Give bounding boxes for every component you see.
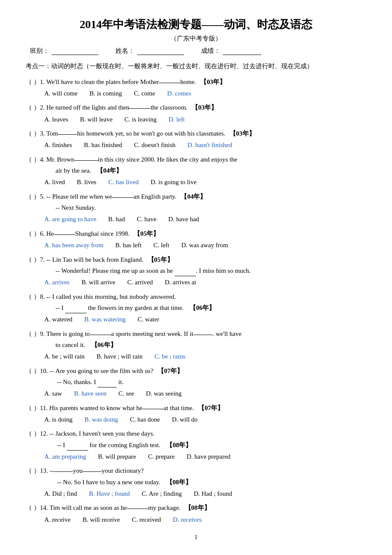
question-13: （ ）13. -- you your dictionary? -- No. So…	[26, 465, 366, 500]
blank	[127, 502, 148, 509]
question-12: （ ）12. -- Jackson, I haven't seen you th…	[26, 428, 366, 462]
score-label: 成绩：	[201, 47, 220, 55]
option: D. will do	[172, 413, 197, 426]
option: B. has finished	[84, 139, 122, 151]
blank	[67, 444, 88, 451]
option: C. see	[118, 387, 134, 400]
option: C. come	[134, 87, 155, 100]
q-main-line: （ ）1. We'll have to clean the plates bef…	[26, 76, 366, 87]
q-main-line: （ ）7. -- Lin Tao will be back from Engla…	[26, 254, 366, 265]
option: D. arrives at	[165, 276, 196, 289]
option: B. will prepare	[98, 451, 136, 463]
q-main-line: （ ）12. -- Jackson, I haven't seen you th…	[26, 428, 366, 439]
question-10: （ ）10. -- Are you going to see the film …	[26, 365, 366, 400]
blank	[142, 402, 164, 409]
blank	[129, 102, 150, 109]
blank	[90, 328, 111, 335]
q-main-line: （ ）2. He turned off the lights and then …	[26, 102, 366, 113]
q-cont-line: -- Wonderful! Please ring me up as soon …	[26, 265, 366, 276]
option: B. has left	[115, 239, 141, 251]
blank	[98, 381, 117, 387]
year-badge: 【06年】	[190, 304, 215, 311]
year-badge: 【03年】	[192, 102, 217, 113]
page-number: 1	[26, 534, 366, 541]
year-badge: 【08年】	[185, 502, 210, 513]
option: C. has done	[130, 413, 160, 426]
option: B. have ; will rain	[97, 350, 143, 363]
options-line: A. has been away fromB. has leftC. leftD…	[26, 239, 366, 251]
option-correct: B. Have ; found	[89, 488, 130, 500]
q-main-line: （ ）14. Tim will call me as soon as he my…	[26, 502, 366, 513]
q-cont-line: -- No. So I have to buy a new one today.…	[26, 477, 366, 488]
options-line: A. arrivesB. will arriveC. arrivedD. arr…	[26, 276, 366, 289]
name-field	[137, 47, 184, 55]
option: C. is leaving	[124, 113, 156, 126]
blank	[83, 465, 102, 472]
options-line: A. be ; will rainB. have ; will rainC. b…	[26, 350, 366, 363]
kaodian: 考点一：动词的时态（一般现在时、一般将来时、一般过去时、现在进行时、过去进行时、…	[26, 61, 366, 72]
option-correct: D. left	[168, 113, 184, 126]
year-badge: 【08年】	[166, 442, 192, 448]
q-main-line: （ ）5. -- Please tell me when we an Engli…	[26, 191, 366, 202]
option: B. is coming	[89, 87, 122, 100]
option: C. doesn't finish	[134, 139, 176, 151]
question-1: （ ）1. We'll have to clean the plates bef…	[26, 76, 366, 100]
blank	[58, 128, 77, 135]
year-badge: 【07年】	[158, 365, 183, 376]
option: C. have	[137, 213, 156, 225]
options-line: A. are going to haveB. hadC. haveD. have…	[26, 213, 366, 225]
q-main-line: （ ）11. His parents wanted to know what h…	[26, 402, 366, 413]
year-badge: 【04年】	[181, 191, 206, 202]
blank	[159, 76, 180, 83]
option-correct: B. have seen	[74, 387, 107, 400]
name-label: 姓名：	[115, 47, 135, 55]
option-correct: C. be ; rains	[154, 350, 185, 363]
year-badge: 【05年】	[148, 254, 173, 265]
option: D. was seeing	[146, 387, 182, 400]
question-9: （ ）9. There is going to a sports meeting…	[26, 328, 366, 363]
q-main-line: （ ）4. Mr. Brown in this city since 2000.…	[26, 154, 366, 165]
option: D. was away from	[181, 239, 228, 251]
q-main-line: （ ）10. -- Are you going to see the film …	[26, 365, 366, 376]
option-correct: A. are going to have	[44, 213, 96, 225]
option: A. is doing	[44, 413, 72, 426]
options-line: A. sawB. have seenC. seeD. was seeing	[26, 387, 366, 400]
option: A. will come	[44, 87, 78, 100]
q-cont-line: to cancel it. 【06年】	[26, 339, 366, 350]
score-field	[223, 47, 261, 55]
year-badge: 【06年】	[91, 341, 117, 348]
option: D. have prepared	[187, 451, 231, 463]
year-badge: 【03年】	[230, 128, 255, 139]
option: B. had	[108, 213, 125, 225]
option: C. arrived	[127, 276, 153, 289]
q-cont-line: -- No, thanks. I it.	[26, 376, 366, 387]
option-correct: B. was doing	[84, 413, 118, 426]
option: B. lives	[77, 176, 96, 188]
question-4: （ ）4. Mr. Brown in this city since 2000.…	[26, 154, 366, 188]
option: A. watered	[44, 313, 72, 326]
question-8: （ ）8. -- I called you this morning, but …	[26, 291, 366, 326]
blank	[65, 306, 86, 313]
year-badge: 【03年】	[200, 76, 226, 87]
question-11: （ ）11. His parents wanted to know what h…	[26, 402, 366, 426]
option: A. saw	[44, 387, 62, 400]
year-badge: 【07年】	[198, 402, 224, 413]
title: 2014年中考语法检测专题——动词、时态及语态	[26, 17, 366, 32]
options-line: A. finishesB. has finishedC. doesn't fin…	[26, 139, 366, 151]
option: A. Did ; find	[44, 488, 77, 500]
q-cont-line: air by the sea. 【04年】	[26, 165, 366, 176]
question-14: （ ）14. Tim will call me as soon as he my…	[26, 502, 366, 526]
option-correct: D. hasn't finished	[187, 139, 232, 151]
option: D. have had	[168, 213, 199, 225]
option: D. is going to live	[150, 176, 196, 188]
option: C. received	[132, 514, 161, 526]
year-badge: 【04年】	[97, 167, 122, 174]
blank	[193, 328, 213, 335]
options-line: A. wateredB. was wateringC. water	[26, 313, 366, 326]
options-line: A. will comeB. is comingC. comeD. comes	[26, 87, 366, 100]
question-6: （ ）6. He Shanghai since 1998. 【05年】A. ha…	[26, 228, 366, 251]
option: C. left	[153, 239, 170, 251]
option: D. Had ; found	[194, 488, 232, 500]
year-badge: 【08年】	[166, 479, 192, 486]
option-correct: A. am preparing	[44, 451, 86, 463]
